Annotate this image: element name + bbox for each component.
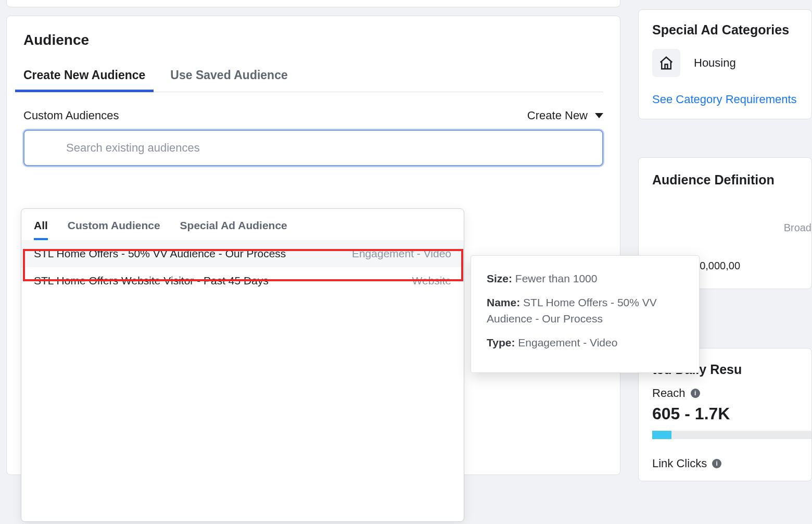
- create-new-label: Create New: [527, 109, 588, 122]
- caret-down-icon: [595, 113, 603, 118]
- dropdown-tab-custom[interactable]: Custom Audience: [68, 219, 160, 240]
- custom-audiences-label: Custom Audiences: [23, 109, 119, 122]
- tooltip-type-label: Type:: [487, 336, 515, 348]
- special-ad-categories-title: Special Ad Categories: [652, 22, 811, 38]
- broad-label: Broad: [652, 222, 811, 234]
- dropdown-tab-all[interactable]: All: [34, 219, 48, 240]
- house-icon: [652, 49, 680, 77]
- dropdown-item-type: Website: [412, 275, 451, 287]
- create-new-dropdown[interactable]: Create New: [527, 109, 603, 122]
- reach-progress-fill: [652, 431, 671, 439]
- dropdown-item-name: STL Home Offers Website Visitor - Past 4…: [34, 275, 269, 287]
- reach-label: Reach: [652, 386, 686, 400]
- dropdown-list: STL Home Offers - 50% VV Audience - Our …: [21, 240, 464, 521]
- audience-definition-title: Audience Definition: [652, 172, 811, 188]
- dropdown-item[interactable]: STL Home Offers Website Visitor - Past 4…: [21, 267, 464, 294]
- dropdown-tab-special[interactable]: Special Ad Audience: [180, 219, 287, 240]
- reach-value: 605 - 1.7K: [652, 404, 811, 423]
- dropdown-item-type: Engagement - Video: [352, 247, 451, 260]
- search-existing-audiences-input[interactable]: [38, 141, 589, 155]
- search-input-container[interactable]: [23, 130, 603, 166]
- special-ad-categories-panel: Special Ad Categories Housing See Catego…: [638, 9, 812, 119]
- tab-create-new-audience[interactable]: Create New Audience: [23, 63, 145, 92]
- reach-progress-bar: [652, 431, 811, 439]
- tooltip-type-value: Engagement - Video: [518, 336, 617, 348]
- tooltip-name-label: Name:: [487, 296, 520, 308]
- audience-tooltip: Size: Fewer than 1000 Name: STL Home Off…: [471, 255, 700, 373]
- info-icon[interactable]: i: [691, 389, 700, 398]
- dropdown-item[interactable]: STL Home Offers - 50% VV Audience - Our …: [21, 240, 464, 267]
- see-category-requirements-link[interactable]: See Category Requirements: [652, 93, 811, 106]
- category-name: Housing: [694, 56, 736, 70]
- audience-title: Audience: [23, 32, 603, 48]
- tooltip-size-label: Size:: [487, 272, 512, 284]
- audience-dropdown: All Custom Audience Special Ad Audience …: [21, 208, 464, 522]
- link-clicks-label: Link Clicks: [652, 457, 707, 470]
- tab-use-saved-audience[interactable]: Use Saved Audience: [170, 63, 287, 92]
- audience-tabs: Create New Audience Use Saved Audience: [23, 63, 603, 92]
- dropdown-item-name: STL Home Offers - 50% VV Audience - Our …: [34, 247, 286, 260]
- tooltip-size-value: Fewer than 1000: [515, 272, 598, 284]
- info-icon[interactable]: i: [712, 459, 721, 468]
